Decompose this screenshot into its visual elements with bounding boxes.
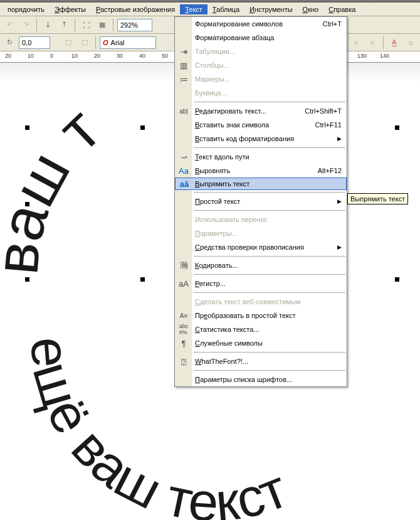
ruler-label: 50 [162, 53, 168, 59]
align-left-icon[interactable]: ≡ [349, 36, 363, 50]
edit-text-icon: ab| [177, 105, 190, 117]
tool-b-icon[interactable]: ⬚ [78, 36, 92, 50]
menu-web-compatible: Сделать текст веб-совместимым [175, 295, 347, 309]
tooltip: Выпрямить текст [347, 193, 408, 204]
menu-convert-plain[interactable]: A≡Преобразовать в простой текст [175, 309, 347, 322]
menu-separator [194, 192, 345, 193]
redo-icon[interactable]: ↷ [19, 18, 33, 32]
menu-tabs: ⇥Табуляции... [175, 45, 347, 58]
align-center-icon[interactable]: ≡ [365, 36, 379, 50]
encode-icon: 瀚 [177, 259, 190, 272]
svg-text:ваш т: ваш т [0, 95, 113, 277]
menu-whatthefont[interactable]: ⍰WhatTheFont?!... [175, 354, 347, 368]
wtf-icon: ⍰ [177, 355, 190, 368]
menu-columns: ▥Столбцы... [175, 58, 347, 72]
rotate-icon[interactable]: ↻ [3, 36, 16, 50]
columns-icon: ▥ [177, 59, 190, 72]
menu-separator [194, 352, 345, 353]
menu-hyphenation: Использовать перенос [175, 213, 347, 226]
menu-separator [194, 210, 345, 211]
menu-window[interactable]: Окно [298, 4, 324, 14]
menu-separator [194, 102, 345, 102]
menu-separator [194, 274, 345, 275]
menu-insert-format-code[interactable]: Вставить код форматирования▶ [175, 132, 347, 146]
chevron-right-icon: ▶ [337, 198, 342, 204]
menu-straighten-text[interactable]: aāВыпрямить текст [175, 178, 347, 190]
menu-encode[interactable]: 瀚Кодировать... [175, 258, 347, 272]
menu-help[interactable]: Справка [323, 4, 360, 14]
grid-icon[interactable]: ▦ [95, 18, 109, 32]
zoom-input[interactable]: 292% [117, 19, 152, 31]
menu-tools[interactable]: Инструменты [244, 4, 298, 14]
font-o-icon: O [103, 39, 108, 46]
fullscreen-icon[interactable]: ⛶ [79, 18, 93, 32]
case-icon: aA [177, 277, 190, 290]
separator [36, 19, 37, 31]
tabs-icon: ⇥ [177, 45, 190, 58]
font-select[interactable]: OArial [100, 36, 156, 49]
fit-path-icon: ⤻ [177, 151, 190, 163]
straighten-icon: aā [178, 178, 191, 190]
menu-bullets: ≔Маркеры... [175, 72, 347, 86]
text-style-icon[interactable]: A̲ [387, 36, 401, 50]
menu-bitmap[interactable]: Растровые изображения [91, 4, 180, 14]
ruler-label: 30 [117, 53, 123, 59]
menu-effects[interactable]: Эффекты [50, 4, 91, 14]
menu-separator [194, 256, 345, 257]
convert-icon: A≡ [177, 309, 190, 322]
undo-icon[interactable]: ↶ [3, 18, 16, 32]
menu-para-formatting[interactable]: Форматирование абзаца [175, 31, 347, 45]
chevron-right-icon: ▶ [337, 244, 342, 250]
menu-text-stats[interactable]: abc#%Статистика текста... [175, 322, 347, 336]
export-icon[interactable]: ⤒ [57, 18, 71, 32]
ruler-label: 130 [357, 53, 367, 59]
menu-edit-text[interactable]: ab|Редактировать текст...Ctrl+Shift+T [175, 104, 347, 118]
import-icon[interactable]: ⤓ [41, 18, 55, 32]
separator [95, 36, 96, 49]
chevron-right-icon: ▶ [337, 135, 342, 142]
ruler-label: 140 [380, 53, 389, 59]
ruler-label: 20 [94, 53, 100, 59]
menu-hyph-params: Параметры... [175, 226, 347, 240]
menubar: порядочить Эффекты Растровые изображения… [0, 3, 420, 16]
coord-input[interactable]: 0,0 [19, 36, 50, 49]
ruler-label: 20 [5, 53, 11, 59]
menu-font-list-options[interactable]: Параметры списка шрифтов... [175, 373, 347, 386]
ruler-label: 10 [28, 53, 34, 59]
menu-arrange[interactable]: порядочить [3, 4, 50, 14]
ruler-label: 40 [139, 53, 145, 59]
menu-separator [194, 147, 345, 148]
menu-separator [194, 292, 345, 293]
menu-char-formatting[interactable]: Форматирование символовCtrl+T [175, 17, 347, 31]
menu-plain-text[interactable]: Простой текст▶ [175, 194, 347, 208]
align-icon: Aa [177, 164, 190, 177]
menu-nonprinting[interactable]: ¶Служебные символы [175, 336, 347, 350]
menu-table[interactable]: Таблица [207, 4, 244, 14]
paragraph-icon: ¶ [177, 337, 190, 349]
ruler-label: 0 [50, 53, 53, 59]
stats-icon: abc#% [177, 323, 190, 336]
menu-dropcap: Буквица... [175, 86, 347, 100]
menu-text-on-path[interactable]: ⤻Текст вдоль пути [175, 150, 347, 164]
menu-separator [194, 370, 345, 371]
text-menu-dropdown: Форматирование символовCtrl+T Форматиров… [174, 16, 347, 387]
menu-align-baseline[interactable]: AaВыровнятьAlt+F12 [175, 164, 347, 178]
separator [113, 19, 113, 31]
menu-text[interactable]: Текст [180, 4, 207, 14]
menu-insert-symbol[interactable]: Вставить знак символаCtrl+F11 [175, 118, 347, 132]
ruler-label: 10 [71, 53, 78, 59]
separator [383, 36, 384, 49]
separator [75, 19, 75, 31]
menu-spellcheck[interactable]: Средства проверки правописания▶ [175, 240, 347, 254]
transform-icon[interactable]: ⬚ [61, 36, 75, 50]
bullets-icon: ≔ [177, 73, 190, 85]
alpha-icon[interactable]: α [404, 36, 417, 50]
menu-change-case[interactable]: aAРегистр... [175, 277, 347, 290]
